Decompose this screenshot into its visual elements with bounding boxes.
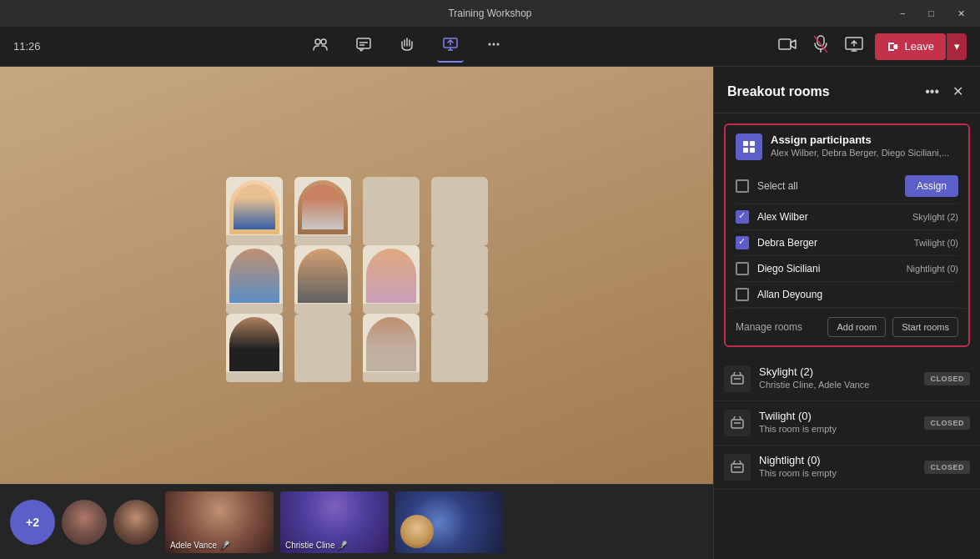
svg-point-9	[492, 43, 495, 46]
select-all-checkbox[interactable]	[736, 179, 749, 193]
svg-rect-18	[743, 148, 748, 153]
seat-9	[226, 314, 283, 374]
avatar-1	[229, 180, 279, 234]
breakout-close-button[interactable]: ✕	[949, 80, 967, 103]
manage-rooms-label: Manage rooms	[736, 321, 821, 333]
window-controls: − □ ✕	[895, 7, 970, 21]
room-icon-skylight	[724, 365, 751, 392]
breakout-header: Breakout rooms ••• ✕	[714, 67, 980, 113]
svg-point-1	[321, 39, 326, 44]
select-all-left: Select all	[736, 179, 798, 193]
seat-6	[294, 245, 351, 305]
participant-row-allan: Allan Deyoung	[736, 282, 958, 308]
avatar-6	[229, 317, 279, 371]
participant-thumb-adele[interactable]: Adele Vance 🎤̸	[165, 491, 274, 553]
room-members-nightlight: This room is empty	[759, 468, 916, 478]
checkbox-alex[interactable]	[736, 210, 749, 224]
maximize-button[interactable]: □	[923, 7, 939, 21]
participant-name-diego: Diego Siciliani	[757, 263, 898, 274]
seat-2	[294, 177, 351, 237]
start-rooms-button[interactable]: Start rooms	[892, 317, 958, 337]
mic-button[interactable]	[808, 30, 833, 63]
avatar-2	[298, 180, 348, 234]
mic-slash-icon-2: 🎤̸	[337, 541, 347, 550]
room-item-skylight[interactable]: Skylight (2) Christie Cline, Adele Vance…	[714, 357, 980, 401]
add-room-button[interactable]: Add room	[827, 317, 886, 337]
participant-name-allan: Allan Deyoung	[757, 289, 950, 300]
participant-thumb-christie[interactable]: Christie Cline 🎤̸	[280, 491, 389, 553]
minimize-button[interactable]: −	[895, 7, 910, 21]
assign-card-subtitle: Alex Wilber, Debra Berger, Diego Sicilia…	[771, 148, 958, 158]
mic-slash-icon: 🎤̸	[219, 541, 229, 550]
svg-rect-24	[731, 464, 743, 472]
checkbox-allan[interactable]	[736, 288, 749, 301]
assign-card-title: Assign participants	[771, 133, 958, 146]
room-item-nightlight[interactable]: Nightlight (0) This room is empty CLOSED	[714, 446, 980, 490]
chat-icon[interactable]	[350, 31, 377, 62]
room-name-skylight: Skylight (2)	[759, 365, 916, 378]
assign-button[interactable]: Assign	[905, 175, 958, 197]
room-item-twilight[interactable]: Twilight (0) This room is empty CLOSED	[714, 401, 980, 446]
participant-thumb-1[interactable]	[62, 500, 107, 545]
seat-row-3	[226, 314, 488, 374]
seat-3	[363, 177, 420, 237]
more-actions-icon[interactable]	[480, 31, 507, 62]
svg-rect-16	[743, 141, 748, 146]
assign-card-icon	[736, 133, 762, 160]
select-all-row: Select all Assign	[736, 169, 958, 204]
room-name-nightlight: Nightlight (0)	[759, 454, 916, 466]
participant-row-diego: Diego Siciliani Nightlight (0)	[736, 256, 958, 282]
svg-point-8	[488, 43, 490, 46]
video-area: +2 Adele Vance 🎤̸ Christie Cline 🎤̸	[0, 67, 713, 559]
room-info-nightlight: Nightlight (0) This room is empty	[759, 454, 916, 478]
audience-view	[0, 67, 713, 484]
seat-8	[431, 245, 488, 305]
room-name-twilight: Twilight (0)	[759, 410, 916, 422]
breakout-panel: Breakout rooms ••• ✕ Assign particip	[713, 67, 980, 559]
manage-rooms-row: Manage rooms Add room Start rooms	[726, 308, 968, 345]
participant-label-christie: Christie Cline 🎤̸	[285, 541, 347, 550]
svg-rect-22	[731, 420, 743, 428]
main-content: +2 Adele Vance 🎤̸ Christie Cline 🎤̸	[0, 67, 980, 559]
room-icon-nightlight	[724, 454, 751, 481]
participant-label-adele: Adele Vance 🎤̸	[170, 541, 229, 550]
share-screen-icon[interactable]	[437, 30, 464, 63]
title-bar: Training Workshop − □ ✕	[0, 0, 980, 27]
seat-10	[294, 314, 351, 374]
assign-card-header: Assign participants Alex Wilber, Debra B…	[726, 125, 968, 169]
seat-1	[226, 177, 283, 237]
checkbox-debra[interactable]	[736, 236, 749, 249]
seat-4	[431, 177, 488, 237]
screen-share-button[interactable]	[840, 32, 868, 61]
breakout-title: Breakout rooms	[727, 84, 830, 99]
participant-room-debra: Twilight (0)	[914, 238, 958, 248]
participant-thumb-2[interactable]	[113, 500, 158, 545]
svg-point-0	[315, 39, 320, 44]
participant-thumb-last[interactable]	[395, 491, 504, 553]
participants-icon[interactable]	[307, 31, 334, 62]
assign-card-text: Assign participants Alex Wilber, Debra B…	[771, 133, 958, 158]
raise-hand-icon[interactable]	[394, 31, 420, 62]
toolbar-right: Leave ▾	[773, 30, 967, 63]
breakout-more-button[interactable]: •••	[922, 81, 942, 103]
seat-12	[431, 314, 488, 374]
title-bar-title: Training Workshop	[448, 8, 531, 19]
time-display: 11:26	[13, 40, 41, 53]
seat-11	[363, 314, 420, 374]
seat-row-1	[226, 177, 488, 237]
select-all-label: Select all	[757, 180, 798, 192]
room-icon-twilight	[724, 410, 751, 436]
extra-participants-count[interactable]: +2	[10, 500, 55, 545]
leave-dropdown-button[interactable]: ▾	[947, 33, 967, 60]
checkbox-diego[interactable]	[736, 262, 749, 275]
close-button[interactable]: ✕	[952, 7, 970, 21]
seat-row-2	[226, 245, 488, 305]
leave-button[interactable]: Leave	[875, 33, 946, 60]
closed-badge-skylight: CLOSED	[924, 372, 970, 385]
bottom-strip: +2 Adele Vance 🎤̸ Christie Cline 🎤̸	[0, 484, 713, 559]
participant-list: Select all Assign Alex Wilber Skylight (…	[726, 169, 968, 308]
svg-point-10	[496, 43, 499, 46]
room-info-skylight: Skylight (2) Christie Cline, Adele Vance	[759, 365, 916, 390]
avatar-7	[366, 317, 416, 371]
camera-button[interactable]	[773, 32, 802, 61]
